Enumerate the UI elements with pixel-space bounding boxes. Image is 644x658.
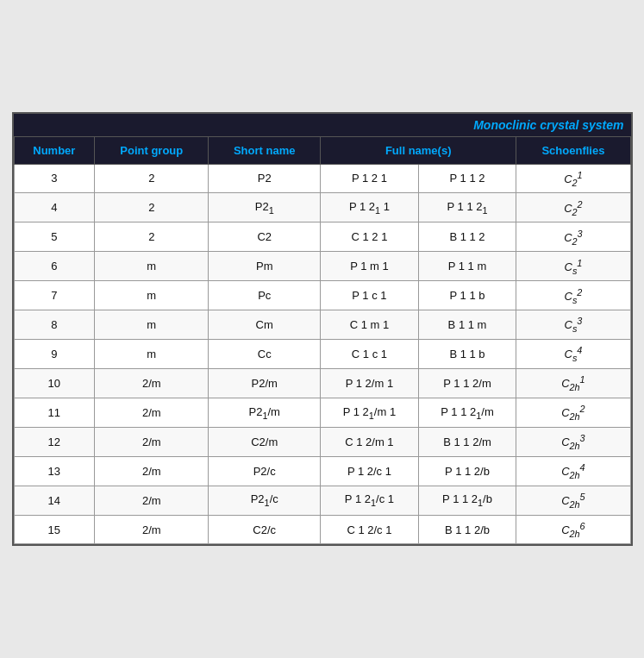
header-point-group: Point group [95, 136, 209, 164]
cell-point-group: m [95, 340, 209, 369]
cell-schoenflies: C23 [516, 222, 630, 252]
cell-schoenflies: Cs2 [516, 281, 630, 310]
cell-short-name: P2 [209, 164, 321, 193]
cell-schoenflies: C21 [516, 164, 630, 193]
table-row: 6mPmP 1 m 1P 1 1 mCs1 [14, 252, 630, 281]
cell-number: 4 [14, 193, 95, 222]
cell-full-name-2: B 1 1 2/b [418, 515, 516, 544]
cell-schoenflies: Cs1 [516, 252, 630, 281]
cell-full-name-2: P 1 1 21 [418, 193, 516, 222]
cell-number: 10 [14, 368, 95, 398]
cell-point-group: 2/m [95, 427, 209, 456]
table-row: 9mCcC 1 c 1B 1 1 bCs4 [14, 340, 630, 369]
cell-short-name: P21/c [209, 486, 321, 515]
header-full-names: Full name(s) [321, 136, 516, 164]
cell-number: 13 [14, 456, 95, 486]
table-row: 142/mP21/cP 1 21/c 1P 1 1 21/bC2h5 [14, 486, 630, 515]
header-number: Number [14, 136, 95, 164]
header-schoenflies: Schoenflies [516, 136, 630, 164]
cell-short-name: P2/m [209, 368, 321, 398]
cell-full-name-1: C 1 c 1 [321, 340, 419, 369]
cell-short-name: C2/m [209, 427, 321, 456]
cell-short-name: Pm [209, 252, 321, 281]
cell-number: 6 [14, 252, 95, 281]
cell-full-name-2: B 1 1 m [418, 310, 516, 340]
cell-full-name-2: P 1 1 2/b [418, 456, 516, 486]
cell-full-name-1: C 1 2/c 1 [321, 515, 419, 544]
cell-number: 12 [14, 427, 95, 456]
cell-full-name-2: P 1 1 2 [418, 164, 516, 193]
cell-number: 3 [14, 164, 95, 193]
main-container: Monoclinic crystal system Number Point g… [12, 112, 633, 547]
cell-point-group: 2/m [95, 368, 209, 398]
cell-short-name: P21 [209, 193, 321, 222]
cell-point-group: 2/m [95, 456, 209, 486]
cell-number: 7 [14, 281, 95, 310]
table-row: 32P2P 1 2 1P 1 1 2C21 [14, 164, 630, 193]
cell-short-name: C2/c [209, 515, 321, 544]
table-row: 52C2C 1 2 1B 1 1 2C23 [14, 222, 630, 252]
table-row: 152/mC2/cC 1 2/c 1B 1 1 2/bC2h6 [14, 515, 630, 544]
title-row: Monoclinic crystal system [14, 114, 631, 136]
cell-schoenflies: C2h4 [516, 456, 630, 486]
table-row: 42P21P 1 21 1P 1 1 21C22 [14, 193, 630, 222]
cell-point-group: m [95, 281, 209, 310]
cell-schoenflies: C2h2 [516, 398, 630, 427]
cell-schoenflies: Cs4 [516, 340, 630, 369]
cell-full-name-2: B 1 1 2/m [418, 427, 516, 456]
cell-full-name-2: P 1 1 21/m [418, 398, 516, 427]
cell-short-name: P21/m [209, 398, 321, 427]
cell-full-name-2: P 1 1 2/m [418, 368, 516, 398]
cell-full-name-2: B 1 1 b [418, 340, 516, 369]
cell-full-name-1: P 1 2 1 [321, 164, 419, 193]
cell-full-name-2: P 1 1 m [418, 252, 516, 281]
cell-number: 8 [14, 310, 95, 340]
cell-full-name-1: P 1 m 1 [321, 252, 419, 281]
cell-number: 9 [14, 340, 95, 369]
table-header-row: Number Point group Short name Full name(… [14, 136, 630, 164]
cell-full-name-2: B 1 1 2 [418, 222, 516, 252]
table-row: 102/mP2/mP 1 2/m 1P 1 1 2/mC2h1 [14, 368, 630, 398]
cell-schoenflies: C2h5 [516, 486, 630, 515]
cell-full-name-1: C 1 2/m 1 [321, 427, 419, 456]
cell-short-name: Cc [209, 340, 321, 369]
cell-point-group: 2/m [95, 486, 209, 515]
crystal-table: Number Point group Short name Full name(… [14, 136, 631, 545]
cell-short-name: Cm [209, 310, 321, 340]
cell-short-name: Pc [209, 281, 321, 310]
cell-full-name-1: P 1 2/c 1 [321, 456, 419, 486]
cell-schoenflies: C22 [516, 193, 630, 222]
cell-number: 5 [14, 222, 95, 252]
cell-schoenflies: C2h1 [516, 368, 630, 398]
header-short-name: Short name [209, 136, 321, 164]
cell-point-group: m [95, 310, 209, 340]
cell-full-name-2: P 1 1 b [418, 281, 516, 310]
cell-schoenflies: C2h6 [516, 515, 630, 544]
cell-full-name-1: C 1 2 1 [321, 222, 419, 252]
cell-number: 11 [14, 398, 95, 427]
cell-point-group: 2/m [95, 398, 209, 427]
cell-number: 15 [14, 515, 95, 544]
cell-full-name-1: C 1 m 1 [321, 310, 419, 340]
cell-point-group: 2 [95, 222, 209, 252]
cell-point-group: m [95, 252, 209, 281]
table-row: 132/mP2/cP 1 2/c 1P 1 1 2/bC2h4 [14, 456, 630, 486]
cell-full-name-1: P 1 21 1 [321, 193, 419, 222]
table-row: 8mCmC 1 m 1B 1 1 mCs3 [14, 310, 630, 340]
table-row: 7mPcP 1 c 1P 1 1 bCs2 [14, 281, 630, 310]
cell-number: 14 [14, 486, 95, 515]
cell-full-name-1: P 1 21/m 1 [321, 398, 419, 427]
table-row: 122/mC2/mC 1 2/m 1B 1 1 2/mC2h3 [14, 427, 630, 456]
cell-full-name-1: P 1 21/c 1 [321, 486, 419, 515]
cell-short-name: C2 [209, 222, 321, 252]
table-row: 112/mP21/mP 1 21/m 1P 1 1 21/mC2h2 [14, 398, 630, 427]
cell-full-name-1: P 1 2/m 1 [321, 368, 419, 398]
cell-point-group: 2 [95, 193, 209, 222]
cell-schoenflies: Cs3 [516, 310, 630, 340]
page-title: Monoclinic crystal system [473, 118, 623, 132]
cell-full-name-1: P 1 c 1 [321, 281, 419, 310]
cell-point-group: 2 [95, 164, 209, 193]
cell-short-name: P2/c [209, 456, 321, 486]
cell-schoenflies: C2h3 [516, 427, 630, 456]
cell-point-group: 2/m [95, 515, 209, 544]
